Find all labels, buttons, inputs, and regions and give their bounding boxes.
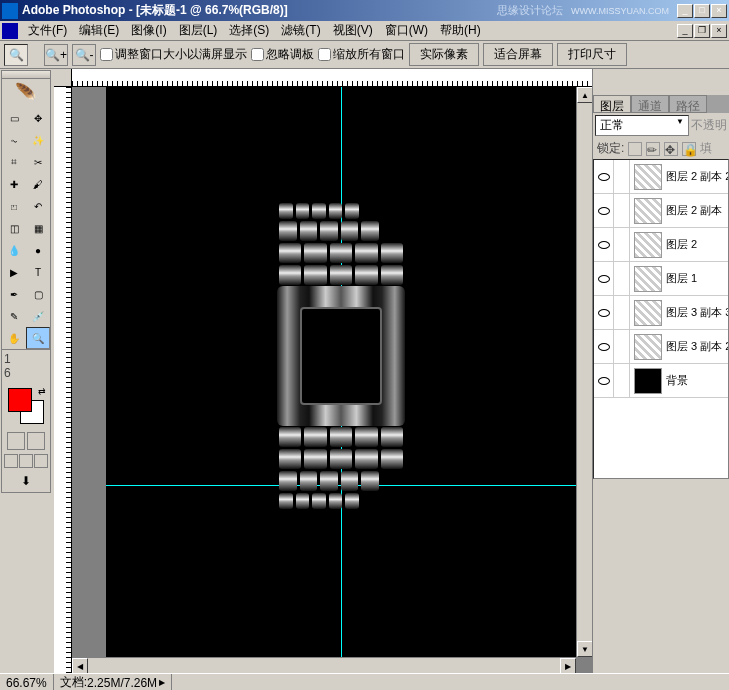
move-tool[interactable]: ✥ [26, 107, 50, 129]
layer-link-cell[interactable] [614, 296, 630, 330]
eyedropper-tool[interactable]: 💉 [26, 305, 50, 327]
actual-pixels-button[interactable]: 实际像素 [409, 43, 479, 66]
minimize-button[interactable]: _ [677, 4, 693, 18]
zoom-all-windows-checkbox[interactable]: 缩放所有窗口 [318, 46, 405, 63]
layer-row[interactable]: 图层 3 副本 2 [594, 330, 728, 364]
menu-edit[interactable]: 编辑(E) [73, 20, 125, 41]
lasso-tool[interactable]: ⏦ [2, 129, 26, 151]
menu-layer[interactable]: 图层(L) [173, 20, 224, 41]
scrollbar-horizontal[interactable]: ◀ ▶ [72, 657, 576, 673]
ruler-horizontal[interactable] [54, 69, 592, 87]
jump-to-imageready-button[interactable]: ⬇ [2, 470, 50, 492]
document-canvas[interactable] [106, 87, 576, 672]
menu-help[interactable]: 帮助(H) [434, 20, 487, 41]
standard-mode-button[interactable] [7, 432, 25, 450]
layer-name[interactable]: 背景 [666, 373, 728, 388]
scroll-up-button[interactable]: ▲ [577, 87, 592, 103]
toolbox-grip[interactable] [2, 71, 50, 79]
foreground-color[interactable] [8, 388, 32, 412]
slice-tool[interactable]: ✂ [26, 151, 50, 173]
blur-tool[interactable]: 💧 [2, 239, 26, 261]
layer-link-cell[interactable] [614, 194, 630, 228]
menu-file[interactable]: 文件(F) [22, 20, 73, 41]
close-button[interactable]: × [711, 4, 727, 18]
eraser-tool[interactable]: ◫ [2, 217, 26, 239]
layer-name[interactable]: 图层 3 副本 2 [666, 339, 728, 354]
hand-tool[interactable]: ✋ [2, 327, 26, 349]
screen-full-button[interactable] [34, 454, 48, 468]
shape-tool[interactable]: ▢ [26, 283, 50, 305]
stamp-tool[interactable]: ⏍ [2, 195, 26, 217]
scrollbar-vertical[interactable]: ▲ ▼ [576, 87, 592, 657]
pen-tool[interactable]: ✒ [2, 283, 26, 305]
layer-row[interactable]: 图层 2 副本 [594, 194, 728, 228]
doc-size[interactable]: 文档:2.25M/7.26M ▶ [54, 674, 172, 690]
lock-all-icon[interactable]: 🔒 [682, 142, 696, 156]
layer-thumbnail[interactable] [634, 198, 662, 224]
type-tool[interactable]: T [26, 261, 50, 283]
zoom-in-button[interactable]: 🔍+ [44, 44, 68, 66]
layer-visibility-icon[interactable] [594, 194, 614, 228]
screen-standard-button[interactable] [4, 454, 18, 468]
brush-tool[interactable]: 🖌 [26, 173, 50, 195]
layer-thumbnail[interactable] [634, 368, 662, 394]
zoom-level[interactable]: 66.67% [0, 674, 54, 690]
path-select-tool[interactable]: ▶ [2, 261, 26, 283]
layer-row[interactable]: 背景 [594, 364, 728, 398]
layer-name[interactable]: 图层 2 副本 2 [666, 169, 728, 184]
scroll-down-button[interactable]: ▼ [577, 641, 592, 657]
layer-thumbnail[interactable] [634, 300, 662, 326]
layer-visibility-icon[interactable] [594, 364, 614, 398]
layer-link-cell[interactable] [614, 160, 630, 194]
layer-name[interactable]: 图层 3 副本 3 [666, 305, 728, 320]
tab-layers[interactable]: 图层 [593, 95, 631, 113]
layer-visibility-icon[interactable] [594, 330, 614, 364]
layer-row[interactable]: 图层 2 副本 2 [594, 160, 728, 194]
layer-visibility-icon[interactable] [594, 228, 614, 262]
tab-channels[interactable]: 通道 [631, 95, 669, 113]
lock-transparency-icon[interactable] [628, 142, 642, 156]
menu-filter[interactable]: 滤镜(T) [275, 20, 326, 41]
maximize-button[interactable]: □ [694, 4, 710, 18]
scroll-left-button[interactable]: ◀ [72, 658, 88, 673]
fit-screen-button[interactable]: 适合屏幕 [483, 43, 553, 66]
blend-mode-select[interactable]: 正常▼ [595, 115, 689, 136]
zoom-out-button[interactable]: 🔍- [72, 44, 96, 66]
menu-select[interactable]: 选择(S) [223, 20, 275, 41]
canvas-viewport[interactable]: ▲ ▼ ◀ ▶ [72, 87, 592, 673]
scroll-right-button[interactable]: ▶ [560, 658, 576, 673]
print-size-button[interactable]: 打印尺寸 [557, 43, 627, 66]
layer-row[interactable]: 图层 1 [594, 262, 728, 296]
zoom-tool-preset[interactable]: 🔍 [4, 44, 28, 66]
menu-image[interactable]: 图像(I) [125, 20, 172, 41]
crop-tool[interactable]: ⌗ [2, 151, 26, 173]
layer-link-cell[interactable] [614, 364, 630, 398]
wand-tool[interactable]: ✨ [26, 129, 50, 151]
layer-name[interactable]: 图层 2 副本 [666, 203, 728, 218]
history-brush-tool[interactable]: ↶ [26, 195, 50, 217]
swap-colors-icon[interactable]: ⇄ [38, 386, 46, 396]
screen-full-menu-button[interactable] [19, 454, 33, 468]
layer-link-cell[interactable] [614, 330, 630, 364]
lock-pixels-icon[interactable]: ✏ [646, 142, 660, 156]
layer-thumbnail[interactable] [634, 334, 662, 360]
ignore-palettes-checkbox[interactable]: 忽略调板 [251, 46, 314, 63]
menu-view[interactable]: 视图(V) [327, 20, 379, 41]
layer-visibility-icon[interactable] [594, 160, 614, 194]
doc-minimize-button[interactable]: _ [677, 24, 693, 38]
layers-list[interactable]: 图层 2 副本 2图层 2 副本图层 2图层 1图层 3 副本 3图层 3 副本… [593, 159, 729, 479]
marquee-tool[interactable]: ▭ [2, 107, 26, 129]
ruler-vertical[interactable] [54, 87, 72, 673]
gradient-tool[interactable]: ▦ [26, 217, 50, 239]
quickmask-mode-button[interactable] [27, 432, 45, 450]
lock-position-icon[interactable]: ✥ [664, 142, 678, 156]
layer-visibility-icon[interactable] [594, 296, 614, 330]
layer-link-cell[interactable] [614, 228, 630, 262]
menu-window[interactable]: 窗口(W) [379, 20, 434, 41]
layer-visibility-icon[interactable] [594, 262, 614, 296]
layer-name[interactable]: 图层 1 [666, 271, 728, 286]
layer-row[interactable]: 图层 2 [594, 228, 728, 262]
layer-name[interactable]: 图层 2 [666, 237, 728, 252]
layer-thumbnail[interactable] [634, 232, 662, 258]
layer-row[interactable]: 图层 3 副本 3 [594, 296, 728, 330]
